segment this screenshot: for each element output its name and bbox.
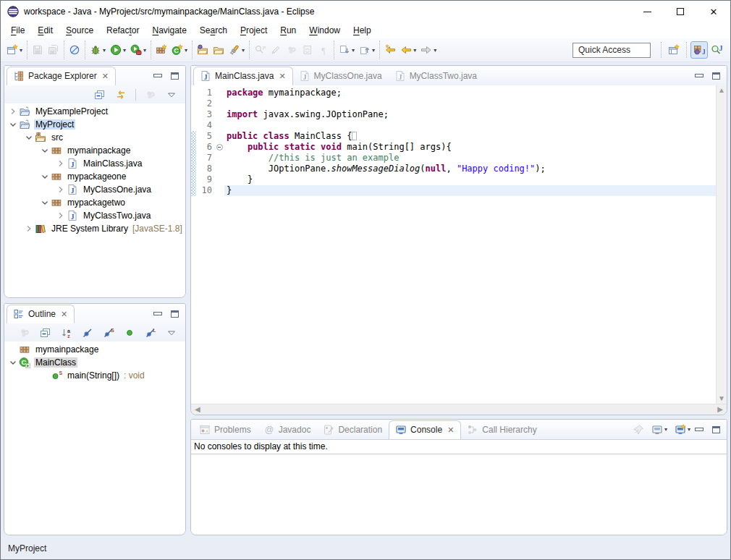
menu-refactor[interactable]: Refactor [100,24,145,37]
tab-declaration[interactable]: Declaration [317,421,389,439]
tab-call-hierarchy[interactable]: Call Hierarchy [461,421,543,439]
vertical-scrollbar[interactable]: ▲ ▼ [716,85,727,404]
chevron-collapsed-icon[interactable] [7,106,19,117]
tree-item-myexampleproject[interactable]: MyExampleProject [4,105,185,118]
tab-javadoc[interactable]: @Javadoc [258,421,318,439]
next-annotation-button[interactable]: ▾ [337,42,357,58]
collapse-all-button[interactable] [92,87,108,103]
hide-fields-button[interactable] [80,325,96,341]
link-editor-button[interactable] [113,87,129,103]
chevron-expanded-icon[interactable] [39,197,51,208]
dropdown-arrow-icon[interactable]: ▾ [242,47,245,54]
close-tab-icon[interactable]: ✕ [447,425,454,435]
dropdown-arrow-icon[interactable]: ▾ [20,47,22,54]
sort-button[interactable]: az [59,325,75,341]
run-button[interactable]: ▾ [108,42,128,58]
back-button[interactable]: ▾ [398,42,418,58]
editor-tab-myclassone-java[interactable]: JMyClassOne.java [293,67,389,85]
display-console-button[interactable]: ▾ [650,423,669,437]
open-perspective-button[interactable] [666,42,682,58]
hide-local-button[interactable]: L [143,325,159,341]
scroll-up-icon[interactable]: ▲ [718,87,725,94]
dropdown-arrow-icon[interactable]: ▾ [143,47,146,54]
minimize-console-button[interactable] [695,428,703,431]
fold-collapse-icon[interactable] [214,142,224,153]
menu-window[interactable]: Window [303,24,347,37]
view-menu-button[interactable] [164,87,179,103]
tab-problems[interactable]: Problems [193,421,258,439]
titlebar[interactable]: workspace - Java - MyProject/src/mymainp… [1,1,730,22]
dropdown-arrow-icon[interactable]: ▾ [688,426,690,433]
quick-access-field[interactable]: Quick Access [572,43,651,58]
dropdown-arrow-icon[interactable]: ▾ [664,426,667,433]
debug-button[interactable]: ▾ [88,42,108,58]
minimize-view-button[interactable] [153,74,162,77]
tree-item-myproject[interactable]: MyProject [4,118,185,131]
chevron-collapsed-icon[interactable] [55,210,67,221]
tree-item-mainclass[interactable]: CMainClass [4,356,185,369]
prev-annotation-button[interactable]: ▾ [357,42,377,58]
tab-console[interactable]: Console✕ [389,420,461,439]
outline-tree[interactable]: mymainpackageCMainClassSmain(String[]): … [4,341,185,535]
maximize-console-button[interactable] [712,426,720,433]
collapse-all-button[interactable] [38,325,54,341]
java-browsing-perspective-button[interactable]: J [709,42,724,58]
maximize-view-button[interactable] [171,310,179,318]
maximize-editor-button[interactable] [712,72,720,80]
dropdown-arrow-icon[interactable]: ▾ [185,47,187,54]
dropdown-arrow-icon[interactable]: ▾ [372,47,375,54]
tree-item-mypackageone[interactable]: mypackageone [4,170,185,183]
skip-breakpoints-button[interactable] [67,42,83,58]
menu-navigate[interactable]: Navigate [145,24,193,37]
search-button[interactable]: ▾ [227,42,247,58]
menu-source[interactable]: Source [59,24,100,37]
chevron-expanded-icon[interactable] [39,171,51,182]
menu-file[interactable]: File [4,24,31,37]
menu-search[interactable]: Search [193,24,234,37]
last-edit-location-button[interactable] [382,42,398,58]
tree-item-myclasstwo-java[interactable]: JMyClassTwo.java [4,209,185,222]
tab-package-explorer[interactable]: Package Explorer ✕ [7,67,116,85]
minimize-button[interactable] [630,1,664,22]
scroll-left-icon[interactable]: ◀ [195,406,200,413]
menu-help[interactable]: Help [347,24,378,37]
hide-nonpublic-button[interactable] [122,325,138,341]
close-tab-icon[interactable]: ✕ [279,72,285,81]
open-console-button[interactable]: ▾ [673,423,692,437]
tree-item-src[interactable]: src [4,131,185,144]
dropdown-arrow-icon[interactable]: ▾ [413,47,416,54]
tree-item-jre-system-library[interactable]: JRE System Library[JavaSE-1.8] [4,222,185,235]
close-view-icon[interactable]: ✕ [102,72,109,81]
new-wizard-button[interactable]: ▾ [4,42,25,58]
menu-run[interactable]: Run [274,24,303,37]
maximize-view-button[interactable] [171,72,179,80]
code-editor[interactable]: 1package mymainpackage;23import javax.sw… [191,85,716,404]
forward-button[interactable]: ▾ [418,42,439,58]
dropdown-arrow-icon[interactable]: ▾ [434,47,436,54]
package-explorer-tree[interactable]: MyExampleProjectMyProjectsrcmymainpackag… [4,103,185,297]
dropdown-arrow-icon[interactable]: ▾ [352,47,355,54]
tree-item-myclassone-java[interactable]: JMyClassOne.java [4,183,185,196]
tab-outline[interactable]: Outline ✕ [7,305,75,323]
maximize-button[interactable] [664,1,697,22]
open-type-button[interactable] [195,42,211,58]
editor-tab-mainclass-java[interactable]: JMainClass.java✕ [193,67,293,85]
chevron-collapsed-icon[interactable] [23,223,35,234]
view-menu-button[interactable] [164,325,179,341]
minimize-editor-button[interactable] [695,74,703,77]
tree-item-mymainpackage[interactable]: mymainpackage [4,144,185,157]
chevron-collapsed-icon[interactable] [55,158,67,169]
menu-project[interactable]: Project [234,24,274,37]
scroll-right-icon[interactable]: ▶ [717,406,723,413]
tree-item-main-string[interactable]: Smain(String[]): void [4,369,185,382]
new-java-project-button[interactable] [153,42,169,58]
open-task-button[interactable] [211,42,227,58]
dropdown-arrow-icon[interactable]: ▾ [103,47,106,54]
minimize-view-button[interactable] [153,312,162,315]
menu-edit[interactable]: Edit [31,24,59,37]
tree-item-mymainpackage[interactable]: mymainpackage [4,343,185,356]
close-button[interactable]: ✕ [697,1,730,22]
chevron-expanded-icon[interactable] [39,145,51,156]
scroll-down-icon[interactable]: ▼ [718,395,725,402]
chevron-collapsed-icon[interactable] [55,184,67,195]
